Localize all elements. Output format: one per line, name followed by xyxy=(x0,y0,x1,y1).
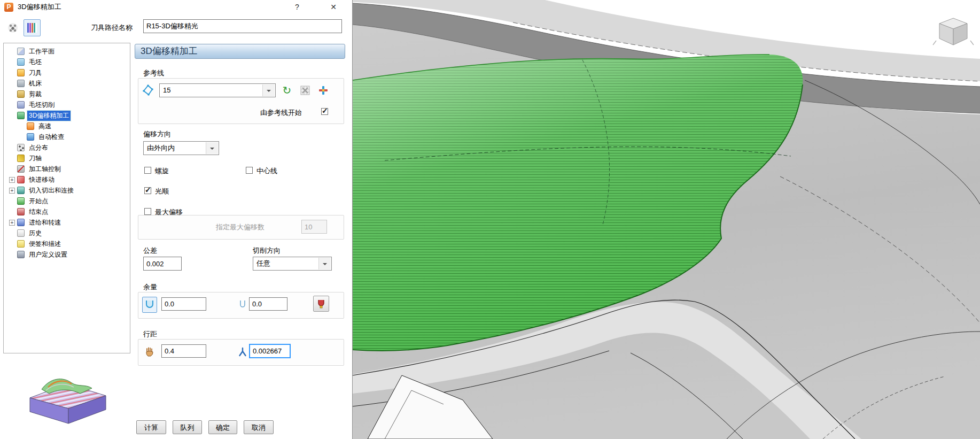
spiral-checkbox[interactable] xyxy=(144,167,151,174)
thickness-options-button[interactable] xyxy=(313,296,329,312)
tolerance-input[interactable] xyxy=(143,257,182,271)
tree-item-history[interactable]: 历史 xyxy=(4,228,130,238)
centerline-checkbox[interactable] xyxy=(246,167,253,174)
cusp-height-icon[interactable] xyxy=(235,344,250,360)
tree-item-axiscontrol[interactable]: 加工轴控制 xyxy=(4,164,130,174)
thickness-label: 余量 xyxy=(143,282,157,292)
radial-thickness-icon[interactable] xyxy=(142,297,157,313)
cancel-button[interactable]: 取消 xyxy=(244,420,274,434)
cut-direction-value: 任意 xyxy=(256,259,270,267)
tree-item-block[interactable]: 毛坯 xyxy=(4,57,130,67)
tree-expander-icon[interactable]: + xyxy=(9,220,15,226)
workplane-icon xyxy=(17,48,25,55)
dialog-titlebar: P 3D偏移精加工 ? ✕ xyxy=(0,0,352,14)
smoothing-checkbox[interactable] xyxy=(144,187,151,194)
stepover-label: 行距 xyxy=(143,329,157,339)
strategy-tree: 工作平面 毛坯 刀具 机床 剪裁 毛坯切削 xyxy=(3,43,130,353)
start-from-pattern-checkbox[interactable] xyxy=(321,108,328,115)
chevron-down-icon[interactable] xyxy=(262,84,275,96)
color-plus-icon xyxy=(318,85,329,96)
tree-item-highspeed[interactable]: 高速 xyxy=(4,121,130,132)
offset-direction-select[interactable]: 由外向内 xyxy=(143,141,219,155)
axial-thickness-icon[interactable] xyxy=(235,297,250,313)
tree-item-leads[interactable]: + 切入切出和连接 xyxy=(4,185,130,196)
tree-item-workplane[interactable]: 工作平面 xyxy=(4,46,130,57)
calculate-button[interactable]: 计算 xyxy=(136,420,166,434)
recreate-pattern-button[interactable]: ↻ xyxy=(280,83,294,97)
tree-item-limit[interactable]: 剪裁 xyxy=(4,89,130,99)
model-view[interactable] xyxy=(353,0,980,439)
pattern-icon[interactable] xyxy=(141,83,155,97)
form-header: 3D偏移精加工 xyxy=(135,44,345,59)
cusp-height-input[interactable] xyxy=(249,344,291,358)
axial-thickness-input[interactable] xyxy=(249,297,287,311)
axiscontrol-icon xyxy=(17,165,25,173)
tree-item-rapid[interactable]: + 快进移动 xyxy=(4,174,130,185)
smoothing-label: 光顺 xyxy=(155,187,169,196)
autocheck-icon xyxy=(27,133,34,141)
max-offset-checkbox[interactable] xyxy=(144,208,151,215)
viewport-3d[interactable] xyxy=(353,0,980,439)
machine-icon xyxy=(17,80,25,87)
spiral-label: 螺旋 xyxy=(155,166,169,176)
stepover-hand-icon[interactable] xyxy=(142,344,157,360)
max-offset-count-input xyxy=(301,220,327,234)
tree-item-points[interactable]: 点分布 xyxy=(4,142,130,153)
tool-icon xyxy=(17,69,25,76)
endpoint-icon xyxy=(17,208,25,215)
recreate-pattern-icon: ↻ xyxy=(283,85,292,96)
rapid-icon xyxy=(17,176,25,183)
tree-item-userdef[interactable]: 用户定义设置 xyxy=(4,249,130,260)
cut-direction-select[interactable]: 任意 xyxy=(253,257,332,271)
toolpath-preview-thumbnail xyxy=(20,356,114,427)
startpoint-icon xyxy=(17,197,25,205)
dialog-topbar: 刀具路径名称 xyxy=(0,15,352,40)
close-button[interactable]: ✕ xyxy=(322,0,345,14)
offset-direction-value: 由外向内 xyxy=(147,144,175,152)
edit-pattern-button[interactable] xyxy=(298,83,312,97)
pattern-select-value: 15 xyxy=(163,86,170,94)
toolpath-name-input[interactable] xyxy=(143,19,342,33)
tree-item-feeds[interactable]: + 进给和转速 xyxy=(4,217,130,228)
strategy-dialog: P 3D偏移精加工 ? ✕ 刀具路径名称 工作平面 毛坯 xyxy=(0,0,353,439)
toolaxis-icon xyxy=(17,155,25,162)
max-offset-count-label: 指定最大偏移数 xyxy=(216,222,265,232)
limit-icon xyxy=(17,90,25,98)
tree-item-tool[interactable]: 刀具 xyxy=(4,67,130,78)
leads-icon xyxy=(17,187,25,194)
tolerance-label: 公差 xyxy=(143,246,157,256)
components-view-button[interactable] xyxy=(4,19,21,36)
tree-item-startpoint[interactable]: 开始点 xyxy=(4,196,130,206)
tree-item-autocheck[interactable]: 自动检查 xyxy=(4,132,130,142)
highspeed-icon xyxy=(27,122,34,130)
offset-direction-label: 偏移方向 xyxy=(143,129,171,139)
pattern-select[interactable]: 15 xyxy=(159,83,276,97)
tree-item-stockcut[interactable]: 毛坯切削 xyxy=(4,99,130,110)
dialog-title: 3D偏移精加工 xyxy=(18,2,61,12)
red-cup-icon xyxy=(317,299,325,309)
radial-thickness-input[interactable] xyxy=(161,297,206,311)
add-pattern-button[interactable] xyxy=(316,83,330,97)
chevron-down-icon[interactable] xyxy=(206,142,218,154)
tree-item-notes[interactable]: 便签和描述 xyxy=(4,238,130,249)
points-icon xyxy=(17,144,25,151)
ok-button[interactable]: 确定 xyxy=(208,420,237,434)
tree-item-endpoint[interactable]: 结束点 xyxy=(4,206,130,217)
tree-expander-icon[interactable]: + xyxy=(9,177,15,183)
app-logo-icon: P xyxy=(4,3,13,12)
strategy-icon xyxy=(17,112,25,119)
queue-button[interactable]: 队列 xyxy=(173,420,202,434)
tree-item-strategy[interactable]: 3D偏移精加工 xyxy=(4,110,130,121)
chevron-down-icon[interactable] xyxy=(318,258,331,269)
pattern-label: 参考线 xyxy=(143,68,164,78)
cut-direction-label: 切削方向 xyxy=(253,246,281,256)
tree-item-machine[interactable]: 机床 xyxy=(4,78,130,89)
help-button[interactable]: ? xyxy=(286,0,308,14)
colored-columns-icon xyxy=(27,23,37,33)
tree-item-toolaxis[interactable]: 刀轴 xyxy=(4,153,130,164)
notes-icon xyxy=(17,240,25,248)
form-view-button[interactable] xyxy=(24,19,41,36)
feeds-icon xyxy=(17,219,25,226)
tree-expander-icon[interactable]: + xyxy=(9,188,15,194)
stepover-input[interactable] xyxy=(161,344,206,358)
